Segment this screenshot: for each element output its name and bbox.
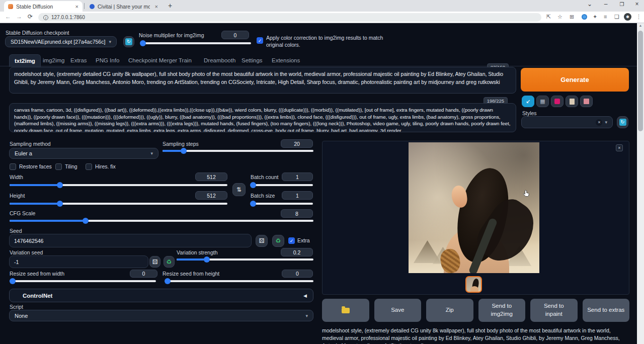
send-to-extras-button[interactable]: Send to extras [583, 299, 630, 322]
variation-strength-slider[interactable] [177, 259, 313, 261]
height-value[interactable]: 512 [195, 191, 227, 200]
checkpoint-dropdown[interactable]: SD15NewVAEpruned.ckpt [27a4ac756c] ▾ [5, 36, 117, 47]
batch-size-value[interactable]: 1 [282, 191, 313, 200]
tab-extras[interactable]: Extras [65, 54, 92, 66]
refresh-checkpoint-button[interactable]: ↻ [123, 36, 134, 47]
random-variation-seed-button[interactable]: ⚄ [149, 256, 160, 268]
extension-blue-icon[interactable] [582, 14, 587, 20]
send-to-img2img-button[interactable]: Send to img2img [478, 299, 526, 322]
cfg-scale-slider[interactable] [10, 220, 313, 222]
variation-seed-label: Variation seed [10, 249, 43, 255]
clear-styles-icon[interactable]: × [596, 119, 602, 126]
tab-dreambooth[interactable]: Dreambooth [199, 54, 240, 66]
reload-icon[interactable]: ⟳ [28, 13, 33, 20]
zip-button[interactable]: Zip [426, 299, 473, 322]
resize-seed-width-slider[interactable] [10, 280, 156, 282]
seed-input[interactable]: 1476462546 [9, 234, 252, 247]
width-slider[interactable] [10, 184, 227, 186]
browser-menu-icon[interactable]: ⋮ [636, 14, 641, 20]
new-tab-button[interactable]: + [168, 2, 172, 10]
hires-fix-checkbox[interactable] [86, 163, 92, 170]
color-correction-checkbox[interactable]: ✓ [257, 37, 263, 44]
negative-prompt-input[interactable]: canvas frame, cartoon, 3d, ((disfigured)… [9, 103, 516, 132]
scrollbar-thumb[interactable] [638, 31, 643, 131]
save-style-button[interactable] [580, 96, 593, 107]
window-minimize-button[interactable]: – [599, 1, 613, 8]
forward-icon[interactable]: → [16, 13, 22, 20]
browser-tab-stable-diffusion[interactable]: Stable Diffusion × [4, 1, 83, 12]
tab-img2img[interactable]: img2img [38, 54, 69, 66]
scrollbar-up-icon[interactable]: ▲ [637, 24, 644, 27]
sampling-method-dropdown[interactable]: Euler a ▾ [9, 148, 158, 159]
window-chevron-icon[interactable]: ⌄ [583, 1, 597, 8]
reading-list-icon[interactable]: ≡ [604, 14, 607, 20]
height-slider[interactable] [10, 203, 227, 205]
batch-size-slider[interactable] [251, 203, 313, 205]
controlnet-accordion[interactable]: ControlNet ◀ [9, 289, 313, 302]
tab-close-icon[interactable]: × [70, 4, 78, 10]
share-icon[interactable]: ⇱ [546, 14, 551, 20]
paste-params-button[interactable]: ↙ [522, 96, 534, 107]
noise-multiplier-slider[interactable] [141, 42, 251, 44]
folder-icon [342, 308, 350, 313]
tab-train[interactable]: Train [174, 54, 197, 66]
tab-settings[interactable]: Settings [236, 54, 268, 66]
tab-title: Stable Diffusion [16, 4, 53, 10]
styles-dropdown[interactable]: × ▾ [521, 116, 613, 128]
random-seed-button[interactable]: ⚄ [256, 235, 268, 247]
open-folder-button[interactable] [322, 299, 369, 322]
restore-faces-checkbox[interactable] [10, 163, 16, 170]
profile-avatar[interactable]: ☻ [624, 13, 631, 21]
clear-prompt-button[interactable]: ▦ [536, 96, 549, 107]
close-gallery-button[interactable]: × [616, 144, 623, 151]
tiling-label: Tiling [65, 163, 77, 169]
swap-width-height-button[interactable]: ⇅ [232, 183, 246, 196]
generate-button[interactable]: Generate [521, 68, 629, 92]
tab-close-icon[interactable]: × [150, 4, 158, 10]
cfg-scale-value[interactable]: 8 [281, 209, 313, 218]
civitai-favicon [90, 4, 95, 9]
window-close-button[interactable]: × [630, 1, 644, 8]
refresh-styles-button[interactable]: ↻ [617, 116, 628, 128]
variation-seed-input[interactable]: -1 [9, 255, 148, 268]
extra-seed-checkbox[interactable]: ✓ [288, 237, 295, 244]
site-info-icon[interactable]: i [43, 15, 48, 20]
reuse-seed-button[interactable]: ♻ [272, 235, 284, 247]
tab-png-info[interactable]: PNG Info [91, 54, 124, 66]
tab-txt2img[interactable]: txt2img [9, 54, 41, 67]
browser-tabstrip: Stable Diffusion × Civitai | Share your … [0, 0, 644, 12]
send-to-inpaint-button[interactable]: Send to inpaint [530, 299, 578, 322]
bookmark-star-icon[interactable]: ☆ [557, 14, 562, 20]
resize-seed-height-slider[interactable] [166, 280, 313, 282]
batch-count-slider[interactable] [251, 184, 313, 186]
variation-strength-value[interactable]: 0.2 [281, 248, 313, 256]
tab-extensions[interactable]: Extensions [267, 54, 305, 66]
back-icon[interactable]: ← [5, 13, 11, 20]
noise-multiplier-value[interactable]: 0 [221, 31, 249, 39]
generated-image[interactable] [409, 142, 539, 273]
batch-count-value[interactable]: 1 [282, 173, 313, 181]
batch-size-label: Batch size [251, 193, 275, 199]
window-restore-button[interactable]: ❐ [615, 2, 629, 7]
apply-style-button[interactable] [566, 96, 578, 107]
width-value[interactable]: 512 [195, 173, 227, 181]
browser-tab-civitai[interactable]: Civitai | Share your models × [86, 1, 162, 12]
apps-grid-icon[interactable]: ⊞ [570, 14, 574, 20]
script-dropdown[interactable]: None ▾ [9, 310, 313, 321]
reuse-variation-seed-button[interactable]: ♻ [164, 256, 175, 268]
side-panel-icon[interactable]: ❏ [614, 14, 619, 20]
resize-seed-width-value[interactable]: 0 [130, 270, 157, 278]
sampling-steps-value[interactable]: 20 [281, 139, 313, 148]
color-correction-label: Apply color correction to img2img result… [266, 34, 384, 48]
save-label: Save [391, 306, 404, 314]
prompt-input[interactable]: modelshoot style, (extremely detailed CG… [9, 67, 516, 94]
extensions-puzzle-icon[interactable]: ✦ [593, 14, 597, 20]
sampling-steps-slider[interactable] [163, 150, 313, 152]
url-bar[interactable]: i 127.0.0.1:7860 [38, 13, 541, 22]
save-button[interactable]: Save [374, 299, 422, 322]
page-scrollbar[interactable]: ▲ [637, 23, 644, 344]
gallery-thumbnail[interactable] [465, 276, 482, 293]
extra-networks-button[interactable] [551, 96, 564, 107]
tiling-checkbox[interactable] [55, 163, 62, 170]
resize-seed-height-value[interactable]: 0 [282, 270, 313, 278]
